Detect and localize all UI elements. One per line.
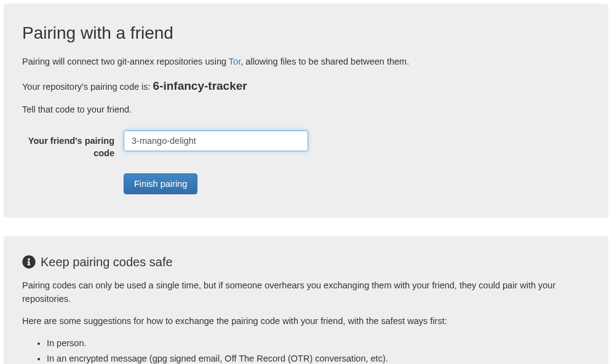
page-title: Pairing with a friend — [22, 21, 590, 46]
friend-code-row: Your friend's pairing code — [22, 130, 590, 160]
submit-row: Finish pairing — [124, 173, 590, 194]
friend-code-label: Your friend's pairing code — [22, 130, 124, 160]
safety-panel: Keep pairing codes safe Pairing codes ca… — [4, 236, 608, 364]
info-icon — [22, 255, 36, 269]
safety-p2: Here are some suggestions for how to exc… — [22, 315, 590, 328]
safety-title: Keep pairing codes safe — [41, 253, 173, 271]
tell-friend-text: Tell that code to your friend. — [22, 103, 590, 117]
pairing-panel: Pairing with a friend Pairing will conne… — [4, 4, 608, 218]
tor-link[interactable]: Tor — [229, 57, 240, 66]
intro-text: Pairing will connect two git-annex repos… — [22, 55, 590, 69]
intro-pre: Pairing will connect two git-annex repos… — [22, 57, 229, 66]
list-item: In person. — [47, 336, 590, 350]
friend-code-input[interactable] — [124, 130, 308, 151]
safety-p1: Pairing codes can only be used a single … — [22, 279, 590, 306]
safety-suggestions-list: In person. In an encrypted message (gpg … — [22, 336, 590, 364]
intro-post: , allowing files to be shared between th… — [240, 57, 409, 66]
safety-heading: Keep pairing codes safe — [22, 253, 590, 271]
pairing-code-value: 6-infancy-tracker — [153, 79, 247, 92]
finish-pairing-button[interactable]: Finish pairing — [124, 173, 197, 194]
list-item: In an encrypted message (gpg signed emai… — [47, 352, 590, 364]
code-label: Your repository's pairing code is: — [22, 82, 153, 92]
code-line: Your repository's pairing code is: 6-inf… — [22, 77, 590, 95]
friend-code-input-wrap — [124, 130, 308, 151]
